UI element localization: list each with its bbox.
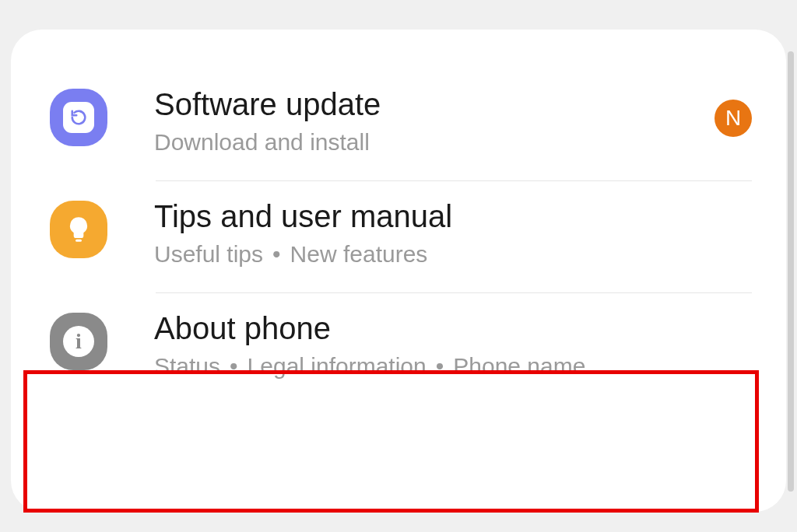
settings-item-about-phone[interactable]: i About phone Status • Legal information… (50, 292, 752, 404)
info-icon: i (50, 313, 107, 370)
lightbulb-icon (50, 201, 107, 258)
item-subtitle: Useful tips • New features (154, 241, 752, 268)
notification-badge: N (714, 100, 752, 137)
refresh-icon (50, 89, 107, 146)
item-title: About phone (154, 310, 752, 347)
item-title: Tips and user manual (154, 198, 752, 235)
settings-item-tips[interactable]: Tips and user manual Useful tips • New f… (50, 180, 752, 292)
svg-rect-0 (75, 240, 82, 242)
item-subtitle: Download and install (154, 129, 714, 156)
item-title: Software update (154, 86, 714, 123)
scrollbar[interactable] (788, 51, 794, 492)
settings-item-software-update[interactable]: Software update Download and install N (50, 68, 752, 180)
settings-card: Software update Download and install N T… (11, 30, 786, 512)
item-subtitle: Status • Legal information • Phone name (154, 353, 752, 380)
